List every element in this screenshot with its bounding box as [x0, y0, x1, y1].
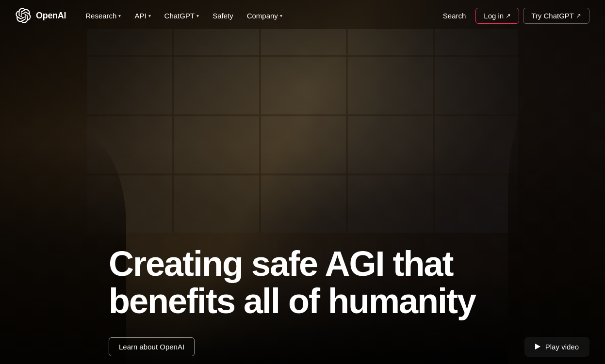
figure-right-silhouette: [508, 83, 605, 364]
nav-link-api[interactable]: API ▾: [129, 8, 156, 24]
hero-bottom-bar: Learn about OpenAI Play video: [0, 329, 605, 364]
play-video-button[interactable]: Play video: [524, 337, 589, 357]
chevron-down-icon: ▾: [280, 13, 282, 18]
hero-headline: Creating safe AGI that benefits all of h…: [109, 245, 475, 321]
login-button[interactable]: Log in ↗: [475, 8, 519, 24]
nav-link-safety[interactable]: Safety: [207, 8, 239, 24]
hero-headline-line1: Creating safe AGI that: [109, 244, 453, 283]
search-button[interactable]: Search: [437, 8, 472, 24]
window-decoration: [87, 29, 518, 233]
hero-headline-line2: benefits all of humanity: [109, 282, 475, 320]
nav-link-company[interactable]: Company ▾: [241, 8, 288, 24]
nav-links: Research ▾ API ▾ ChatGPT ▾ Safety Compan…: [80, 8, 437, 24]
learn-about-openai-button[interactable]: Learn about OpenAI: [109, 337, 195, 356]
hero-content: Creating safe AGI that benefits all of h…: [109, 245, 475, 321]
nav-link-research[interactable]: Research ▾: [80, 8, 127, 24]
openai-logo[interactable]: OpenAI: [16, 8, 66, 23]
nav-right: Search Log in ↗ Try ChatGPT ↗: [437, 8, 589, 24]
chevron-down-icon: ▾: [118, 13, 121, 18]
openai-logo-text: OpenAI: [36, 11, 66, 21]
chevron-down-icon: ▾: [196, 13, 199, 18]
openai-logo-icon: [16, 8, 31, 23]
arrow-icon: ↗: [506, 12, 511, 19]
nav-link-chatgpt[interactable]: ChatGPT ▾: [159, 8, 205, 24]
try-chatgpt-button[interactable]: Try ChatGPT ↗: [523, 8, 589, 24]
chevron-down-icon: ▾: [148, 13, 151, 18]
arrow-icon: ↗: [576, 12, 581, 19]
navbar: OpenAI Research ▾ API ▾ ChatGPT ▾ Safety…: [0, 0, 605, 31]
play-icon: [535, 344, 540, 349]
